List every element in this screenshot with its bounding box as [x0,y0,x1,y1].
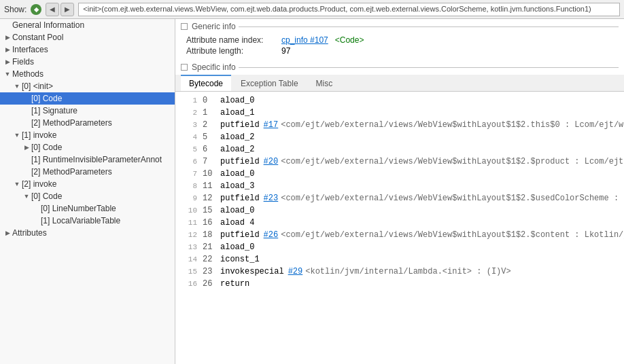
tree-item-label: [2] invoke [22,179,56,189]
tree-item-methods[interactable]: ▼Methods [0,68,175,80]
bytecode-instruction: aload_2 [220,143,254,156]
tree-item-label: [0] Code [31,94,62,103]
right-panel: Generic info Attribute name index: cp_in… [175,19,624,364]
line-number: 10 [181,204,197,217]
generic-info-header: Generic info [175,19,624,34]
tree-item-invoke2-localvariable[interactable]: [1] LocalVariableTable [0,215,175,227]
tree-item-label: [2] MethodParameters [31,118,112,128]
line-number: 3 [181,119,197,131]
code-line: 710aload_0 [175,168,624,180]
code-line: 21aload_1 [175,107,624,119]
tree-item-constant-pool[interactable]: ▶Constant Pool [0,31,175,43]
tree-item-label: [0] LineNumberTable [41,204,116,213]
bytecode-offset: 26 [203,278,216,290]
tree-item-attributes[interactable]: ▶Attributes [0,227,175,239]
code-line: 56aload_2 [175,143,624,156]
bytecode-reference[interactable]: #17 [264,119,279,131]
line-number: 7 [181,168,197,180]
bytecode-offset: 2 [203,119,216,131]
back-button[interactable]: ◀ [46,3,59,16]
tree-item-label: Attributes [12,228,47,238]
bytecode-instruction: iconst_1 [220,253,260,266]
expand-icon: ▼ [12,83,22,90]
line-number: 14 [181,253,197,266]
bytecode-offset: 0 [203,94,216,107]
forward-button[interactable]: ▶ [60,3,74,16]
tree-item-interfaces[interactable]: ▶Interfaces [0,43,175,56]
tree-item-method-init[interactable]: ▼[0] <init> [0,80,175,92]
tabs-bar: BytecodeException TableMisc [175,75,624,92]
bytecode-instruction: aload_3 [220,180,254,192]
tree-item-label: Interfaces [12,45,48,54]
section-divider2 [239,67,619,68]
tab-misc[interactable]: Misc [308,75,341,91]
tree-item-label: [1] RuntimeInvisibleParameterAnnot [31,155,162,164]
code-line: 1218putfield#26<com/ejt/web/external/vie… [175,229,624,241]
tree-item-label: [0] Code [31,143,62,152]
attr-length-label: Attribute length: [186,46,281,56]
bytecode-offset: 22 [203,253,216,266]
tree-item-label: [0] <init> [22,81,53,91]
section-divider [239,26,619,27]
tree-item-label: [0] Code [31,192,62,201]
generic-info-label: Generic info [192,22,236,31]
bytecode-comment: <kotlin/jvm/internal/Lambda.<init> : (I)… [305,266,510,278]
bytecode-offset: 11 [203,180,216,192]
line-number: 15 [181,266,197,278]
bytecode-instruction: aload_0 [220,204,254,217]
tree-item-general-info[interactable]: General Information [0,19,175,31]
tree-item-method-params[interactable]: [2] MethodParameters [0,117,175,129]
line-number: 11 [181,217,197,229]
tree-item-fields[interactable]: ▶Fields [0,56,175,68]
expand-icon: ▶ [22,144,31,151]
line-number: 16 [181,278,197,290]
code-line: 912putfield#23<com/ejt/web/external/view… [175,192,624,204]
bytecode-reference[interactable]: #20 [264,156,279,168]
bytecode-reference[interactable]: #23 [264,192,279,204]
line-number: 5 [181,143,197,156]
bytecode-offset: 1 [203,107,216,119]
tree-item-label: Fields [12,57,34,67]
tree-item-method-invoke[interactable]: ▼[1] invoke [0,129,175,141]
tree-item-invoke2-code[interactable]: ▼[0] Code [0,190,175,202]
bytecode-reference[interactable]: #29 [288,266,303,278]
bytecode-comment: <com/ejt/web/external/views/WebView$with… [281,119,624,131]
specific-info-header: Specific info [175,60,624,75]
tab-bytecode[interactable]: Bytecode [181,75,231,91]
show-label: Show: [4,5,27,14]
tab-exception-table[interactable]: Exception Table [232,75,307,91]
tree-item-invoke-code[interactable]: ▶[0] Code [0,141,175,153]
code-line: 45aload_2 [175,131,624,143]
bytecode-instruction: putfield [220,156,260,168]
attr-name-label: Attribute name index: [186,35,281,45]
tree-item-method-invoke2[interactable]: ▼[2] invoke [0,178,175,190]
code-line: 10aload_0 [175,94,624,107]
code-line: 1523invokespecial#29<kotlin/jvm/internal… [175,266,624,278]
tree-item-method-signature[interactable]: [1] Signature [0,105,175,117]
line-number: 13 [181,241,197,253]
tree-item-invoke-runtime[interactable]: [1] RuntimeInvisibleParameterAnnot [0,153,175,166]
line-number: 12 [181,229,197,241]
attr-name-tag: <Code> [335,35,364,45]
bytecode-instruction: aload_1 [220,107,254,119]
bytecode-content[interactable]: 10aload_021aload_132putfield#17<com/ejt/… [175,92,624,364]
specific-info-label: Specific info [192,62,236,72]
tree-item-label: General Information [12,20,84,30]
bytecode-reference[interactable]: #26 [264,229,279,241]
code-line: 32putfield#17<com/ejt/web/external/views… [175,119,624,131]
tree-item-invoke2-linenumber[interactable]: [0] LineNumberTable [0,202,175,215]
tree-item-invoke-methodparams[interactable]: [2] MethodParameters [0,166,175,178]
bytecode-offset: 21 [203,241,216,253]
line-number: 9 [181,192,197,204]
tree-item-label: [1] LocalVariableTable [41,216,120,225]
bytecode-offset: 6 [203,143,216,156]
code-line: 811aload_3 [175,180,624,192]
attr-name-link[interactable]: cp_info #107 [281,35,328,45]
code-line: 1626return [175,278,624,290]
bytecode-instruction: aload_0 [220,94,254,107]
code-line: 1321aload_0 [175,241,624,253]
bytecode-offset: 18 [203,229,216,241]
nav-buttons: ◀ ▶ [46,3,74,16]
tree-item-method-code[interactable]: [0] Code [0,92,175,105]
bytecode-comment: <com/ejt/web/external/views/WebView$with… [281,192,624,204]
